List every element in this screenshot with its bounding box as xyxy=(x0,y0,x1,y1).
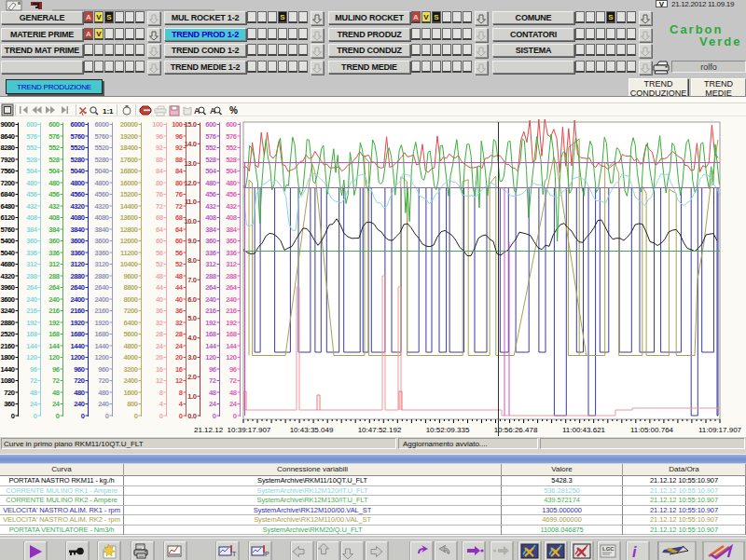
svg-text:15200: 15200 xyxy=(120,190,138,198)
svg-text:2520: 2520 xyxy=(0,330,14,338)
svg-text:15.0: 15.0 xyxy=(185,120,197,129)
svg-text:5760: 5760 xyxy=(94,132,108,141)
svg-text:0: 0 xyxy=(179,412,183,420)
svg-text:52: 52 xyxy=(175,260,183,268)
svg-text:264: 264 xyxy=(26,283,38,292)
svg-text:216: 216 xyxy=(226,307,237,315)
svg-text:8: 8 xyxy=(159,389,163,397)
svg-text:72: 72 xyxy=(175,202,183,211)
svg-text:312: 312 xyxy=(205,260,216,268)
svg-text:3200: 3200 xyxy=(123,365,137,374)
svg-text:4800: 4800 xyxy=(70,179,84,187)
svg-text:192: 192 xyxy=(48,319,60,327)
svg-text:3600: 3600 xyxy=(70,237,84,245)
svg-text:800: 800 xyxy=(127,400,138,408)
svg-text:10.0: 10.0 xyxy=(185,217,197,225)
svg-text:216: 216 xyxy=(205,307,216,315)
svg-text:36: 36 xyxy=(156,307,163,315)
svg-text:4000: 4000 xyxy=(123,353,137,362)
svg-text:7.0: 7.0 xyxy=(187,276,196,284)
svg-text:0: 0 xyxy=(134,412,138,420)
svg-text:240: 240 xyxy=(226,295,237,304)
svg-text:336: 336 xyxy=(48,249,60,257)
svg-text:456: 456 xyxy=(226,190,237,198)
svg-text:92: 92 xyxy=(156,143,163,152)
svg-text:3840: 3840 xyxy=(94,225,108,234)
svg-text:576: 576 xyxy=(226,132,237,141)
svg-text:336: 336 xyxy=(205,249,216,257)
svg-text:12000: 12000 xyxy=(120,237,138,245)
svg-text:8280: 8280 xyxy=(0,143,14,152)
svg-text:240: 240 xyxy=(26,295,37,304)
svg-text:4: 4 xyxy=(179,400,184,408)
svg-text:84: 84 xyxy=(156,167,164,175)
svg-text:40: 40 xyxy=(175,295,183,304)
svg-text:4080: 4080 xyxy=(70,213,84,222)
svg-text:3840: 3840 xyxy=(70,225,84,234)
svg-text:2400: 2400 xyxy=(70,295,84,304)
svg-text:0: 0 xyxy=(213,412,216,420)
svg-text:3600: 3600 xyxy=(0,295,14,304)
svg-text:48: 48 xyxy=(175,272,183,280)
svg-text:8800: 8800 xyxy=(123,283,137,292)
svg-text:96: 96 xyxy=(52,365,60,374)
svg-text:528: 528 xyxy=(205,156,216,164)
svg-text:0: 0 xyxy=(159,412,163,420)
svg-text:168: 168 xyxy=(26,330,37,338)
svg-text:144: 144 xyxy=(226,342,238,350)
svg-text:456: 456 xyxy=(48,190,60,198)
svg-text:36: 36 xyxy=(175,307,183,315)
svg-text:3360: 3360 xyxy=(94,249,108,257)
svg-text:60: 60 xyxy=(156,237,163,245)
svg-text:20: 20 xyxy=(175,353,183,362)
svg-text:1920: 1920 xyxy=(70,319,84,327)
svg-text:720: 720 xyxy=(74,376,85,385)
svg-text:312: 312 xyxy=(48,260,60,268)
svg-text:76: 76 xyxy=(175,190,183,198)
svg-text:3120: 3120 xyxy=(94,260,108,268)
svg-text:360: 360 xyxy=(226,237,237,245)
svg-text:32: 32 xyxy=(156,319,163,327)
svg-text:72: 72 xyxy=(156,202,163,211)
svg-text:528: 528 xyxy=(226,156,237,164)
svg-text:7560: 7560 xyxy=(0,167,14,175)
svg-text:456: 456 xyxy=(26,190,37,198)
svg-text:360: 360 xyxy=(205,237,216,245)
svg-text:528: 528 xyxy=(26,156,37,164)
svg-text:21.12.12 10:39:17.907: 21.12.12 10:39:17.907 xyxy=(194,426,271,434)
svg-text:0: 0 xyxy=(34,412,37,420)
svg-text:4080: 4080 xyxy=(94,213,108,222)
svg-text:4320: 4320 xyxy=(0,272,14,280)
svg-text:8000: 8000 xyxy=(123,295,137,304)
svg-text:88: 88 xyxy=(175,156,183,164)
svg-text:6000: 6000 xyxy=(70,120,84,129)
svg-text:120: 120 xyxy=(26,353,37,362)
svg-text:240: 240 xyxy=(74,400,85,408)
svg-text:24: 24 xyxy=(175,342,184,350)
svg-text:1680: 1680 xyxy=(70,330,84,338)
svg-text:2160: 2160 xyxy=(70,307,84,315)
svg-text:1200: 1200 xyxy=(70,353,84,362)
svg-text:20: 20 xyxy=(156,353,163,362)
svg-text:5520: 5520 xyxy=(70,143,84,152)
svg-text:240: 240 xyxy=(205,295,216,304)
svg-text:504: 504 xyxy=(226,167,238,175)
svg-text:0: 0 xyxy=(11,412,15,420)
svg-text:4680: 4680 xyxy=(0,260,14,268)
svg-text:96: 96 xyxy=(30,365,37,374)
svg-text:4560: 4560 xyxy=(70,190,84,198)
svg-text:13.0: 13.0 xyxy=(185,159,197,168)
svg-text:120: 120 xyxy=(226,353,237,362)
svg-text:576: 576 xyxy=(48,132,60,141)
svg-text:16800: 16800 xyxy=(120,167,138,175)
svg-text:432: 432 xyxy=(26,202,37,211)
svg-text:384: 384 xyxy=(226,225,238,234)
svg-text:P: P xyxy=(265,551,269,557)
svg-text:32: 32 xyxy=(175,319,183,327)
svg-text:9000: 9000 xyxy=(0,120,14,129)
svg-text:192: 192 xyxy=(26,319,37,327)
svg-text:2.0: 2.0 xyxy=(187,373,196,381)
svg-text:48: 48 xyxy=(209,389,216,397)
svg-text:12.0: 12.0 xyxy=(185,179,197,187)
svg-text:20000: 20000 xyxy=(120,120,138,129)
